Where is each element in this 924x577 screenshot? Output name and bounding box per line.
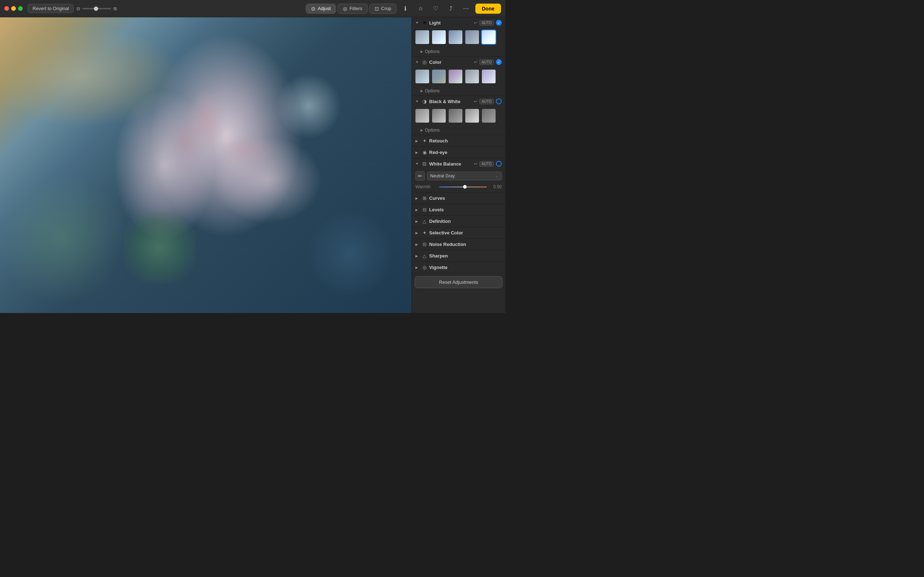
wb-undo-icon[interactable]: ↩ <box>474 161 477 166</box>
tab-filters[interactable]: ◎ Filters <box>338 3 367 14</box>
color-thumb-2[interactable] <box>431 69 446 84</box>
sharpen-icon: △ <box>421 253 428 259</box>
curves-chevron: ▶ <box>415 197 420 200</box>
section-light: ▼ ☀ Light ↩ AUTO ✓ ▶ Options <box>412 17 505 56</box>
bw-thumb-3[interactable] <box>448 108 463 123</box>
warmth-value: 0.50 <box>489 184 502 189</box>
bw-icon: ◑ <box>421 98 428 104</box>
eyedropper-button[interactable]: ✏ <box>415 171 425 181</box>
color-thumb-3[interactable] <box>448 69 463 84</box>
filters-icon: ◎ <box>343 6 347 11</box>
minimize-button[interactable] <box>11 6 16 11</box>
star-button[interactable]: ☆ <box>415 3 426 15</box>
color-options-chevron: ▶ <box>420 89 423 93</box>
zoom-in-icon: ⊞ <box>113 6 117 11</box>
retouch-chevron: ▶ <box>415 139 420 143</box>
wb-select-arrow: ⌄ <box>495 174 498 179</box>
wb-preset-select[interactable]: Neutral Gray ⌄ <box>427 172 502 180</box>
section-vignette[interactable]: ▶ ◎ Vignette <box>412 262 505 273</box>
bw-thumb-4[interactable] <box>465 108 480 123</box>
crop-icon: ⊡ <box>375 6 379 11</box>
tab-crop-label: Crop <box>381 6 391 11</box>
light-thumb-2[interactable] <box>431 29 446 45</box>
bw-thumbnails <box>412 107 505 126</box>
light-thumb-4[interactable] <box>465 29 480 45</box>
heart-button[interactable]: ♡ <box>430 3 441 15</box>
wb-preset-label: Neutral Gray <box>430 174 455 179</box>
section-bw: ▼ ◑ Black & White ↩ AUTO ▶ Options <box>412 96 505 135</box>
maximize-button[interactable] <box>18 6 23 11</box>
zoom-slider[interactable] <box>82 8 111 10</box>
color-thumb-5[interactable] <box>481 69 496 84</box>
wb-auto-badge[interactable]: AUTO <box>479 161 494 167</box>
section-selective-color[interactable]: ▶ ✦ Selective Color <box>412 227 505 239</box>
light-thumb-5[interactable] <box>481 29 496 45</box>
selective-color-chevron: ▶ <box>415 231 420 235</box>
bw-options-row[interactable]: ▶ Options <box>412 126 505 135</box>
wb-dropdown-row: ✏ Neutral Gray ⌄ <box>412 169 505 183</box>
share-button[interactable]: ⤴ <box>445 3 457 15</box>
bw-thumb-5[interactable] <box>481 108 496 123</box>
light-thumb-3[interactable] <box>448 29 463 45</box>
section-sharpen[interactable]: ▶ △ Sharpen <box>412 250 505 262</box>
warmth-slider[interactable] <box>439 187 487 187</box>
color-controls: ↩ AUTO ✓ <box>474 59 502 65</box>
sharpen-title: Sharpen <box>429 253 502 259</box>
color-title: Color <box>429 60 472 65</box>
color-options-row[interactable]: ▶ Options <box>412 87 505 95</box>
light-options-row[interactable]: ▶ Options <box>412 48 505 56</box>
light-title: Light <box>429 20 472 26</box>
color-toggle[interactable]: ✓ <box>496 59 502 65</box>
section-levels[interactable]: ▶ ⊟ Levels <box>412 204 505 216</box>
tab-adjust[interactable]: ⊙ Adjust <box>306 3 336 14</box>
noise-reduction-icon: ⊟ <box>421 242 428 247</box>
tab-crop[interactable]: ⊡ Crop <box>369 3 397 14</box>
selective-color-title: Selective Color <box>429 230 502 235</box>
section-bw-header[interactable]: ▼ ◑ Black & White ↩ AUTO <box>412 96 505 107</box>
section-wb-header[interactable]: ▼ ⊟ White Balance ↩ AUTO <box>412 158 505 169</box>
toolbar: Revert to Original ⊟ ⊞ ⊙ Adjust ◎ Filter… <box>0 0 505 17</box>
redeye-title: Red-eye <box>429 150 502 155</box>
wb-toggle[interactable] <box>496 161 502 167</box>
buds-overlay <box>123 211 195 284</box>
more-button[interactable]: ⋯ <box>460 3 472 15</box>
section-color-header[interactable]: ▼ ◎ Color ↩ AUTO ✓ <box>412 56 505 68</box>
color-undo-icon[interactable]: ↩ <box>474 60 477 64</box>
color-icon: ◎ <box>421 59 428 65</box>
section-light-header[interactable]: ▼ ☀ Light ↩ AUTO ✓ <box>412 17 505 28</box>
close-button[interactable] <box>4 6 9 11</box>
redeye-icon: ◉ <box>421 150 428 155</box>
light-undo-icon[interactable]: ↩ <box>474 21 477 25</box>
section-curves[interactable]: ▶ ⊞ Curves <box>412 193 505 204</box>
color-auto-badge[interactable]: AUTO <box>479 60 494 65</box>
curves-icon: ⊞ <box>421 195 428 201</box>
section-noise-reduction[interactable]: ▶ ⊟ Noise Reduction <box>412 239 505 250</box>
photo-background <box>0 17 412 313</box>
light-auto-badge[interactable]: AUTO <box>479 20 494 26</box>
zoom-out-icon: ⊟ <box>76 6 80 11</box>
bw-toggle[interactable] <box>496 98 502 104</box>
selective-color-icon: ✦ <box>421 230 428 235</box>
window-controls <box>4 6 23 11</box>
done-button[interactable]: Done <box>475 3 501 14</box>
main-content: ▼ ☀ Light ↩ AUTO ✓ ▶ Options <box>0 17 505 313</box>
light-toggle[interactable]: ✓ <box>496 20 502 26</box>
light-thumb-1[interactable] <box>415 29 430 45</box>
color-chevron: ▼ <box>415 60 420 64</box>
section-retouch[interactable]: ▶ ✦ Retouch <box>412 135 505 147</box>
info-button[interactable]: ℹ <box>399 3 411 15</box>
bw-auto-badge[interactable]: AUTO <box>479 99 494 104</box>
bw-thumb-1[interactable] <box>415 108 430 123</box>
revert-button[interactable]: Revert to Original <box>28 4 74 13</box>
warmth-thumb <box>463 185 467 189</box>
reset-adjustments-button[interactable]: Reset Adjustments <box>415 276 502 288</box>
bw-undo-icon[interactable]: ↩ <box>474 99 477 104</box>
section-definition[interactable]: ▶ △ Definition <box>412 216 505 227</box>
petal-detail <box>0 17 412 313</box>
color-thumb-4[interactable] <box>465 69 480 84</box>
zoom-control: ⊟ ⊞ <box>76 6 117 11</box>
color-thumb-1[interactable] <box>415 69 430 84</box>
section-redeye[interactable]: ▶ ◉ Red-eye <box>412 147 505 158</box>
bw-thumb-2[interactable] <box>431 108 446 123</box>
definition-title: Definition <box>429 219 502 224</box>
